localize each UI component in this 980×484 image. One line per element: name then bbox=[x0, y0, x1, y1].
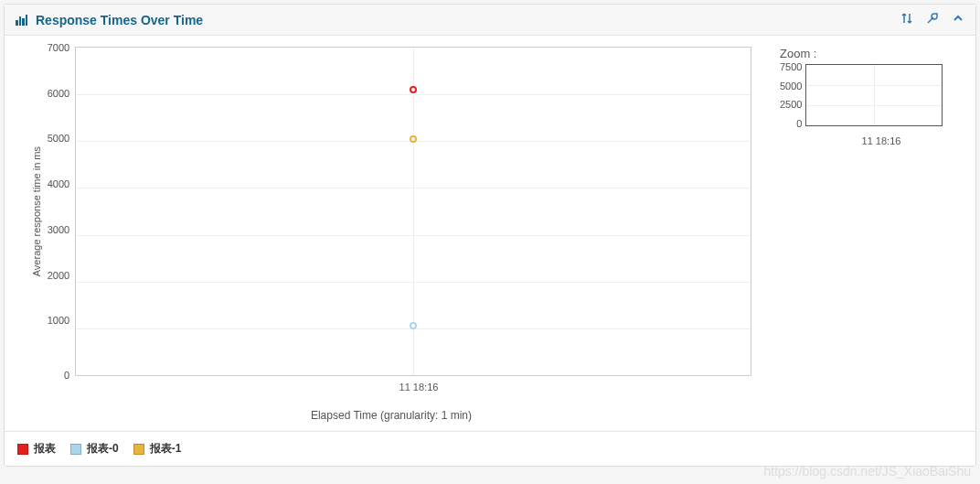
legend-swatch bbox=[17, 444, 28, 455]
zoom-y-tick: 7500 bbox=[780, 61, 802, 72]
zoom-title: Zoom : bbox=[780, 47, 963, 60]
y-tick: 1000 bbox=[48, 315, 69, 326]
x-ticks: 11 18:16 bbox=[80, 376, 757, 393]
legend-label: 报表-0 bbox=[87, 441, 119, 457]
y-tick: 4000 bbox=[48, 178, 69, 189]
y-axis-label: Average response time in ms bbox=[31, 146, 42, 276]
zoom-plot[interactable] bbox=[805, 64, 943, 126]
panel-header: Response Times Over Time bbox=[5, 5, 975, 36]
legend-item-2[interactable]: 报表-1 bbox=[133, 441, 182, 457]
chart-panel: Response Times Over Time Average respons… bbox=[4, 4, 976, 467]
panel-actions bbox=[900, 12, 964, 27]
y-tick: 7000 bbox=[48, 42, 69, 53]
zoom-y-tick: 0 bbox=[780, 118, 802, 129]
panel-title: Response Times Over Time bbox=[36, 13, 900, 27]
legend-swatch bbox=[133, 444, 144, 455]
chart-legend: 报表 报表-0 报表-1 bbox=[5, 431, 975, 466]
legend-label: 报表-1 bbox=[150, 441, 182, 457]
zoom-y-tick: 2500 bbox=[780, 99, 802, 110]
data-point[interactable] bbox=[410, 322, 417, 329]
legend-item-1[interactable]: 报表-0 bbox=[70, 441, 119, 457]
data-point[interactable] bbox=[410, 86, 417, 93]
x-axis-label: Elapsed Time (granularity: 1 min) bbox=[311, 409, 472, 422]
data-point[interactable] bbox=[410, 135, 417, 143]
y-ticks: 7000 6000 5000 4000 3000 2000 1000 0 bbox=[48, 47, 75, 376]
collapse-icon[interactable] bbox=[952, 12, 964, 27]
wrench-icon[interactable] bbox=[926, 12, 939, 27]
plot-area[interactable] bbox=[75, 47, 751, 376]
y-tick: 0 bbox=[48, 370, 69, 381]
panel-body: Average response time in ms 7000 6000 50… bbox=[5, 36, 975, 431]
sort-icon[interactable] bbox=[900, 12, 913, 27]
main-chart: Average response time in ms 7000 6000 50… bbox=[17, 47, 780, 422]
y-tick: 3000 bbox=[48, 224, 69, 235]
zoom-y-ticks: 7500 5000 2500 0 bbox=[780, 61, 805, 129]
legend-swatch bbox=[70, 444, 81, 455]
zoom-x-ticks: 11 18:16 bbox=[813, 132, 950, 146]
zoom-panel: Zoom : 7500 5000 2500 0 11 18:16 bbox=[780, 47, 963, 146]
zoom-x-tick: 11 18:16 bbox=[862, 135, 901, 146]
zoom-y-tick: 5000 bbox=[780, 81, 802, 91]
y-tick: 6000 bbox=[48, 88, 69, 99]
y-tick: 5000 bbox=[48, 133, 69, 144]
x-tick: 11 18:16 bbox=[399, 382, 439, 393]
y-tick: 2000 bbox=[48, 270, 69, 281]
legend-item-0[interactable]: 报表 bbox=[17, 441, 56, 457]
bar-chart-icon bbox=[16, 15, 28, 26]
legend-label: 报表 bbox=[34, 441, 56, 457]
